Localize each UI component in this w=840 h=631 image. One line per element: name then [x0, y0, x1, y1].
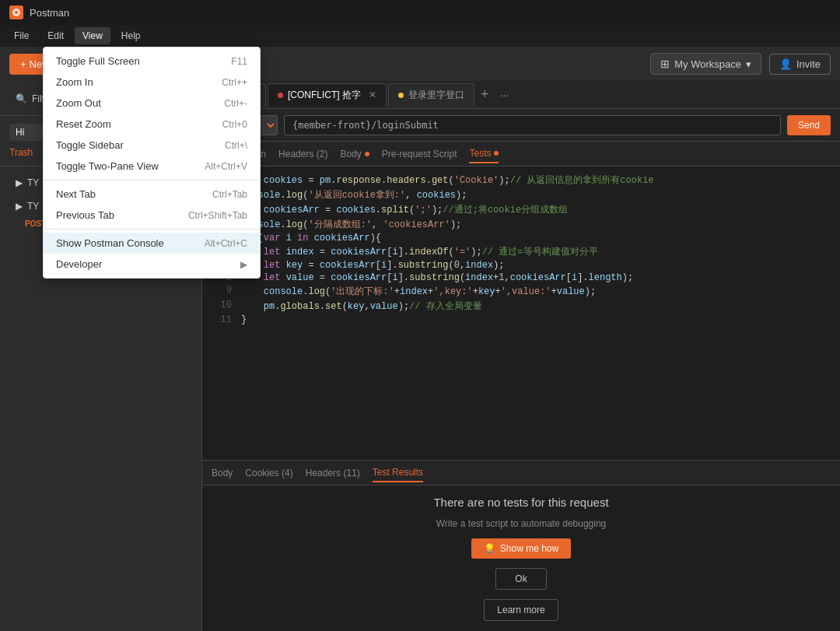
dropdown-toggle-two-pane[interactable]: Toggle Two-Pane View Alt+Ctrl+V [44, 156, 260, 177]
sidebar-ty-label-1: TY [27, 177, 39, 188]
request-tabs: Authorization Headers (2) Body Pre-reque… [202, 142, 840, 167]
dropdown-zoom-out[interactable]: Zoom Out Ctrl+- [44, 93, 260, 114]
sidebar-ty-label-2: TY [27, 201, 39, 212]
show-how-label: Show me how [500, 543, 558, 554]
url-input[interactable] [284, 115, 781, 135]
learn-more-button[interactable]: Learn more [484, 599, 558, 621]
bottom-tab-cookies[interactable]: Cookies (4) [245, 464, 292, 482]
bottom-panel: Body Cookies (4) Headers (11) Test Resul… [202, 460, 840, 631]
code-editor[interactable]: 1 var cookies = pm.response.headers.get(… [202, 167, 840, 460]
dropdown-prev-tab[interactable]: Previous Tab Ctrl+Shift+Tab [44, 205, 260, 226]
sidebar-hi-label: Hi [16, 127, 24, 138]
app-title: Postman [30, 7, 69, 19]
code-line: 7 let key = cookiesArr[i].substring(0,in… [202, 259, 840, 272]
dropdown-item-shortcut: Ctrl+Shift+Tab [188, 210, 247, 221]
menu-view[interactable]: View [75, 27, 110, 44]
dropdown-item-shortcut: Alt+Ctrl+C [205, 238, 247, 249]
dropdown-item-label: Toggle Sidebar [56, 139, 201, 151]
bottom-content: There are no tests for this request Writ… [202, 486, 840, 631]
user-plus-icon: 👤 [779, 58, 792, 70]
caret-right-icon: ▶ [16, 201, 23, 212]
tab-conflict[interactable]: [CONFLICT] 抢字 ✕ [268, 83, 387, 107]
yellow-dot-icon [398, 93, 404, 98]
search-icon: 🔍 [16, 93, 27, 104]
request-bar: POST GET PUT DELETE Send [202, 109, 840, 142]
code-line: 2 console.log('从返回cookie拿到:', cookies); [202, 188, 840, 202]
code-line: 3 var cookiesArr = cookies.split(';');//… [202, 202, 840, 217]
dropdown-item-shortcut: Ctrl+Tab [212, 189, 247, 200]
workspace-area: ⊞ My Workspace ▾ 👤 Invite [650, 53, 831, 75]
grid-icon: ⊞ [660, 58, 670, 70]
req-tab-tests[interactable]: Tests [469, 145, 499, 163]
code-line: 5 for(var i in cookiesArr){ [202, 232, 840, 244]
svg-point-1 [15, 11, 18, 14]
workspace-button[interactable]: ⊞ My Workspace ▾ [650, 53, 761, 75]
tab-bar: 最近请求 [CONFLICT] 抢字 ✕ 登录里字登口 + ··· [202, 81, 840, 109]
req-tab-prerequest[interactable]: Pre-request Script [382, 145, 457, 163]
req-tab-body[interactable]: Body [340, 145, 369, 163]
dropdown-next-tab[interactable]: Next Tab Ctrl+Tab [44, 184, 260, 205]
dropdown-item-label: Reset Zoom [56, 118, 199, 130]
dropdown-item-shortcut: Alt+Ctrl+V [205, 161, 247, 172]
tab-add-button[interactable]: + [476, 86, 494, 103]
invite-label: Invite [796, 58, 821, 70]
code-line: 10 pm.globals.set(key,value);// 存入全局变量 [202, 299, 840, 314]
invite-button[interactable]: 👤 Invite [769, 54, 831, 75]
dropdown-separator-2 [44, 229, 260, 230]
tab-more-button[interactable]: ··· [495, 89, 514, 101]
no-tests-subtitle: Write a test script to automate debuggin… [436, 518, 607, 529]
dropdown-item-label: Toggle Two-Pane View [56, 160, 181, 172]
bottom-tab-body[interactable]: Body [212, 464, 233, 482]
dropdown-item-shortcut: Ctrl+- [224, 98, 247, 109]
bottom-tabs: Body Cookies (4) Headers (11) Test Resul… [202, 461, 840, 486]
app-icon [9, 5, 23, 19]
dropdown-item-label: Previous Tab [56, 209, 165, 221]
menu-bar: File Edit View Help Toggle Full Screen F… [0, 25, 840, 47]
body-dot [365, 152, 369, 156]
dropdown-item-label: Next Tab [56, 188, 189, 200]
code-line: 4 console.log('分隔成数组:', 'cookiesArr'); [202, 217, 840, 232]
tests-dot [494, 151, 499, 156]
title-bar: Postman [0, 0, 840, 25]
bottom-tab-headers[interactable]: Headers (11) [306, 464, 360, 482]
dropdown-show-console[interactable]: Show Postman Console Alt+Ctrl+C [44, 233, 260, 254]
dropdown-developer[interactable]: Developer ▶ [44, 254, 260, 275]
send-button[interactable]: Send [787, 115, 831, 135]
code-line: 1 var cookies = pm.response.headers.get(… [202, 173, 840, 188]
dropdown-item-shortcut: Ctrl++ [222, 77, 247, 88]
no-tests-title: There are no tests for this request [433, 496, 608, 509]
req-tab-headers[interactable]: Headers (2) [278, 145, 327, 163]
dropdown-toggle-sidebar[interactable]: Toggle Sidebar Ctrl+\ [44, 135, 260, 156]
dropdown-item-label: Toggle Full Screen [56, 55, 208, 67]
code-line: 8 let value = cookiesArr[i].substring(in… [202, 272, 840, 284]
dropdown-reset-zoom[interactable]: Reset Zoom Ctrl+0 [44, 114, 260, 135]
new-icon: + [20, 58, 26, 70]
menu-edit[interactable]: Edit [40, 27, 72, 44]
code-line: 9 console.log('出现的下标:'+index+',key:'+key… [202, 284, 840, 299]
dropdown-zoom-in[interactable]: Zoom In Ctrl++ [44, 72, 260, 93]
tab-label-login: 登录里字登口 [408, 89, 464, 102]
dropdown-item-label: Show Postman Console [56, 237, 181, 249]
dropdown-separator-1 [44, 180, 260, 181]
view-dropdown-menu: Toggle Full Screen F11 Zoom In Ctrl++ Zo… [43, 47, 261, 279]
workspace-label: My Workspace [674, 58, 741, 70]
bottom-tab-test-results[interactable]: Test Results [373, 464, 423, 482]
menu-help[interactable]: Help [114, 27, 149, 44]
menu-file[interactable]: File [6, 27, 37, 44]
conflict-dot-icon [278, 93, 283, 98]
dropdown-item-shortcut: Ctrl+0 [222, 119, 247, 130]
show-how-button[interactable]: 💡 Show me how [471, 538, 571, 559]
dropdown-item-label: Zoom In [56, 76, 198, 88]
dropdown-item-shortcut: F11 [231, 56, 247, 67]
caret-down-icon: ▾ [746, 58, 751, 70]
dropdown-item-shortcut: ▶ [240, 259, 247, 270]
dropdown-item-shortcut: Ctrl+\ [225, 140, 247, 151]
ok-button[interactable]: Ok [495, 568, 546, 590]
bulb-icon: 💡 [484, 543, 495, 554]
code-line: 6 let index = cookiesArr[i].indexOf('=')… [202, 244, 840, 259]
tab-login[interactable]: 登录里字登口 [388, 83, 474, 107]
dropdown-toggle-fullscreen[interactable]: Toggle Full Screen F11 [44, 51, 260, 72]
dropdown-item-label: Zoom Out [56, 97, 201, 109]
caret-right-icon: ▶ [16, 177, 23, 188]
tab-close-icon[interactable]: ✕ [369, 89, 376, 100]
